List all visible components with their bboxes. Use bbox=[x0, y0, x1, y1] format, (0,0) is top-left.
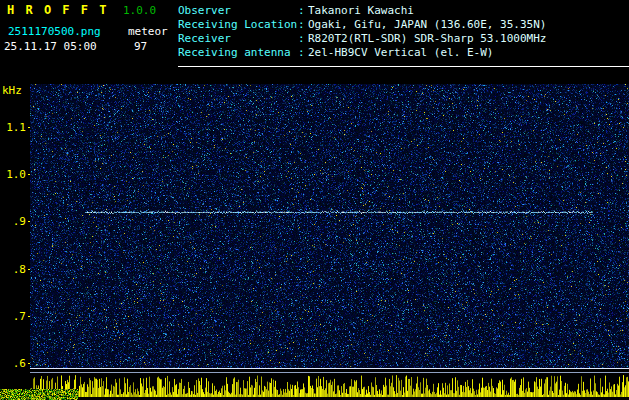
freq-label: .9 bbox=[0, 215, 26, 228]
info-label: Receiving antenna bbox=[178, 46, 298, 60]
corner-noise-canvas bbox=[0, 389, 78, 400]
freq-label: .8 bbox=[0, 263, 26, 276]
header-divider-line bbox=[178, 66, 629, 67]
app-title: H R O F F T bbox=[7, 3, 108, 17]
info-label: Receiving Location bbox=[178, 18, 298, 32]
info-row-antenna: Receiving antenna : 2el-HB9CV Vertical (… bbox=[178, 46, 628, 60]
freq-axis-unit: kHz bbox=[2, 84, 22, 97]
freq-label: 1.1 bbox=[0, 121, 26, 134]
info-label: Receiver bbox=[178, 32, 298, 46]
info-row-observer: Observer : Takanori Kawachi bbox=[178, 4, 628, 18]
freq-label: .6 bbox=[0, 357, 26, 370]
station-info: Observer : Takanori Kawachi Receiving Lo… bbox=[178, 4, 628, 60]
spectrogram-canvas bbox=[30, 84, 629, 368]
app-version: 1.0.0 bbox=[123, 4, 156, 17]
info-separator: : bbox=[298, 32, 308, 46]
freq-label: .7 bbox=[0, 310, 26, 323]
info-row-receiver: Receiver : R820T2(RTL-SDR) SDR-Sharp 53.… bbox=[178, 32, 628, 46]
info-value: Ogaki, Gifu, JAPAN (136.60E, 35.35N) bbox=[308, 18, 546, 32]
observation-timestamp: 25.11.17 05:00 bbox=[4, 40, 97, 53]
echo-count: 97 bbox=[134, 40, 147, 53]
info-label: Observer bbox=[178, 4, 298, 18]
hrofft-app: H R O F F T 1.0.0 2511170500.png meteor … bbox=[0, 0, 629, 400]
info-value: R820T2(RTL-SDR) SDR-Sharp 53.1000MHz bbox=[308, 32, 546, 46]
info-separator: : bbox=[298, 18, 308, 32]
level-strip-lower-line bbox=[30, 372, 629, 373]
info-value: 2el-HB9CV Vertical (el. E-W) bbox=[308, 46, 493, 60]
info-row-location: Receiving Location : Ogaki, Gifu, JAPAN … bbox=[178, 18, 628, 32]
mode-label: meteor bbox=[128, 25, 168, 38]
freq-label: 1.0 bbox=[0, 168, 26, 181]
level-strip-upper-line bbox=[30, 368, 629, 369]
info-separator: : bbox=[298, 46, 308, 60]
signal-level-strip-canvas bbox=[30, 374, 629, 397]
info-separator: : bbox=[298, 4, 308, 18]
info-value: Takanori Kawachi bbox=[308, 4, 414, 18]
output-filename: 2511170500.png bbox=[8, 25, 101, 38]
